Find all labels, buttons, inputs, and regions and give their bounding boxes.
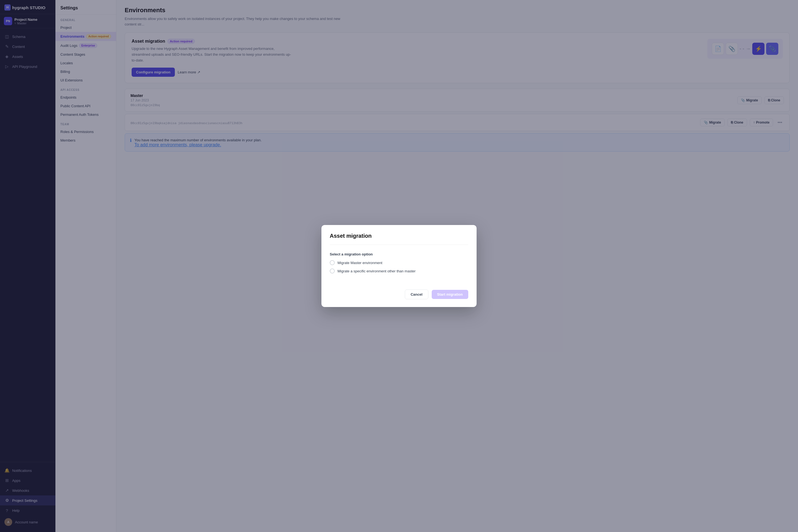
radio-circle-master (330, 260, 335, 265)
radio-label-specific: Migrate a specific environment other tha… (338, 269, 416, 273)
modal-overlay: Asset migration Select a migration optio… (0, 0, 798, 532)
cancel-button[interactable]: Cancel (405, 289, 429, 299)
radio-circle-specific (330, 268, 335, 273)
modal-body: Select a migration option Migrate Master… (321, 245, 477, 284)
modal-header: Asset migration (321, 225, 477, 245)
radio-label-master: Migrate Master environment (338, 261, 382, 265)
modal-footer: Cancel Start migration (321, 284, 477, 307)
modal-title: Asset migration (330, 233, 468, 239)
asset-migration-modal: Asset migration Select a migration optio… (321, 225, 477, 307)
radio-option-master[interactable]: Migrate Master environment (330, 260, 468, 265)
start-migration-button[interactable]: Start migration (432, 290, 468, 299)
radio-option-specific[interactable]: Migrate a specific environment other tha… (330, 268, 468, 273)
modal-section-label: Select a migration option (330, 252, 468, 256)
